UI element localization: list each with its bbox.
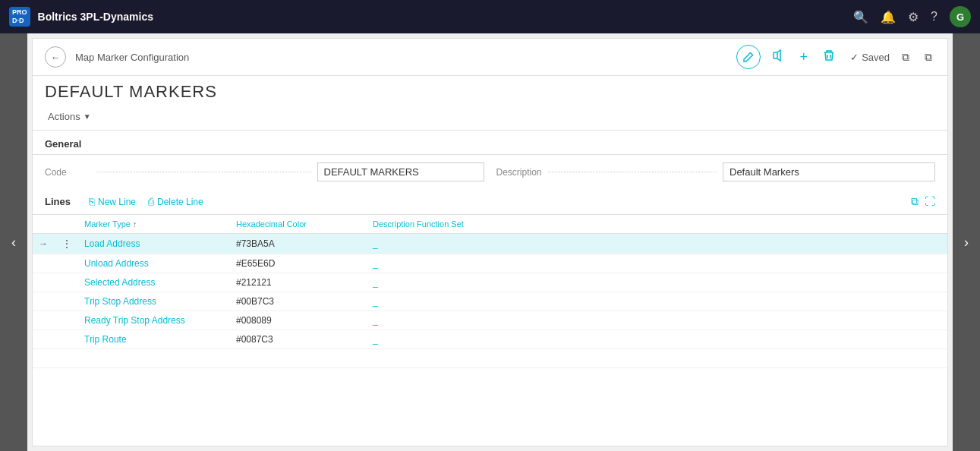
col-hex-color-header: Hexadecimal Color [230, 215, 367, 234]
toolbar: ← Map Marker Configuration + [33, 39, 947, 76]
marker-type-cell: Trip Route [78, 330, 230, 349]
row-options[interactable]: ⋮ [55, 234, 78, 254]
row-arrow [33, 311, 55, 330]
col-arrow-header [33, 215, 55, 234]
table-row[interactable]: Trip Route#0087C3_ [33, 330, 947, 349]
description-dots [548, 172, 717, 172]
row-options[interactable] [55, 273, 78, 292]
delete-line-button[interactable]: ⎙ Delete Line [148, 196, 203, 207]
hex-color-cell: #008089 [230, 311, 367, 330]
new-line-icon: ⎘ [89, 196, 95, 207]
description-label: Description [496, 167, 542, 178]
main-area: ‹ ← Map Marker Configuration [0, 33, 980, 451]
fullscreen-icon[interactable]: ⛶ [925, 195, 935, 208]
lines-table-container: Marker Type ↑ Hexadecimal Color Descript… [33, 215, 947, 446]
share-button[interactable] [770, 46, 788, 68]
description-field-group: Description [496, 162, 936, 181]
export-icon[interactable]: ⧉ [911, 195, 919, 208]
table-row[interactable]: Trip Stop Address#00B7C3_ [33, 292, 947, 311]
col-desc-func-header: Description Function Set [367, 215, 947, 234]
lines-header: Lines ⎘ New Line ⎙ Delete Line ⧉ ⛶ [33, 189, 947, 215]
row-options[interactable] [55, 330, 78, 349]
page-title: DEFAULT MARKERS [45, 82, 935, 102]
row-arrow [33, 254, 55, 273]
search-icon[interactable]: 🔍 [853, 10, 868, 24]
hex-color-cell: #212121 [230, 273, 367, 292]
collapse-icon[interactable]: ⧉ [922, 48, 935, 67]
left-nav-arrow[interactable]: ‹ [0, 33, 27, 451]
description-input[interactable] [723, 162, 935, 181]
general-section-title: General [33, 131, 947, 155]
table-row-empty [33, 349, 947, 368]
new-line-button[interactable]: ⎘ New Line [89, 196, 136, 207]
desc-func-cell[interactable]: _ [367, 292, 947, 311]
table-row[interactable]: Unload Address#E65E6D_ [33, 254, 947, 273]
col-dots-header [55, 215, 78, 234]
svg-rect-0 [774, 52, 777, 58]
right-nav-arrow[interactable]: › [953, 33, 980, 451]
col-marker-type-header[interactable]: Marker Type ↑ [78, 215, 230, 234]
marker-type-cell: Ready Trip Stop Address [78, 311, 230, 330]
user-avatar[interactable]: G [950, 6, 971, 27]
row-options[interactable] [55, 292, 78, 311]
code-dots [96, 172, 311, 172]
gear-icon[interactable]: ⚙ [908, 10, 919, 24]
lines-table: Marker Type ↑ Hexadecimal Color Descript… [33, 215, 947, 368]
delete-button[interactable] [820, 46, 838, 68]
add-button[interactable]: + [797, 46, 811, 68]
marker-type-cell: Trip Stop Address [78, 292, 230, 311]
hex-color-cell: #0087C3 [230, 330, 367, 349]
lines-title: Lines [45, 196, 71, 207]
marker-type-cell: Load Address [78, 234, 230, 254]
chevron-down-icon: ▼ [84, 112, 91, 121]
bell-icon[interactable]: 🔔 [881, 10, 896, 24]
edit-button[interactable] [736, 45, 761, 69]
delete-line-icon: ⎙ [148, 196, 154, 207]
form-row: Code Description [33, 155, 947, 189]
row-arrow [33, 330, 55, 349]
desc-func-cell[interactable]: _ [367, 330, 947, 349]
desc-func-cell[interactable]: _ [367, 254, 947, 273]
table-row[interactable]: Selected Address#212121_ [33, 273, 947, 292]
back-button[interactable]: ← [45, 46, 66, 68]
code-label: Code [45, 167, 90, 178]
marker-type-cell: Unload Address [78, 254, 230, 273]
marker-type-cell: Selected Address [78, 273, 230, 292]
code-field-group: Code [45, 162, 484, 181]
breadcrumb: Map Marker Configuration [75, 52, 189, 63]
row-options[interactable] [55, 254, 78, 273]
saved-status: ✓ Saved [850, 52, 890, 63]
row-arrow [33, 273, 55, 292]
help-icon[interactable]: ? [931, 10, 937, 24]
code-input[interactable] [317, 162, 484, 181]
desc-func-cell[interactable]: _ [367, 234, 947, 254]
app-title: Boltrics 3PL-Dynamics [38, 11, 154, 23]
page-title-area: DEFAULT MARKERS [33, 76, 947, 105]
actions-bar: Actions ▼ [33, 105, 947, 131]
table-row[interactable]: Ready Trip Stop Address#008089_ [33, 311, 947, 330]
desc-func-cell[interactable]: _ [367, 273, 947, 292]
sort-icon: ↑ [133, 219, 137, 229]
content-panel: ← Map Marker Configuration + [32, 38, 948, 446]
actions-button[interactable]: Actions ▼ [45, 109, 94, 124]
open-new-window-icon[interactable]: ⧉ [899, 48, 912, 67]
row-options[interactable] [55, 311, 78, 330]
row-arrow [33, 292, 55, 311]
hex-color-cell: #E65E6D [230, 254, 367, 273]
desc-func-cell[interactable]: _ [367, 311, 947, 330]
pro-badge: PROD·D [9, 7, 30, 27]
row-arrow: → [33, 234, 55, 254]
hex-color-cell: #00B7C3 [230, 292, 367, 311]
hex-color-cell: #73BA5A [230, 234, 367, 254]
top-navigation: PROD·D Boltrics 3PL-Dynamics 🔍 🔔 ⚙ ? G [0, 0, 980, 33]
table-row[interactable]: →⋮Load Address#73BA5A_ [33, 234, 947, 254]
